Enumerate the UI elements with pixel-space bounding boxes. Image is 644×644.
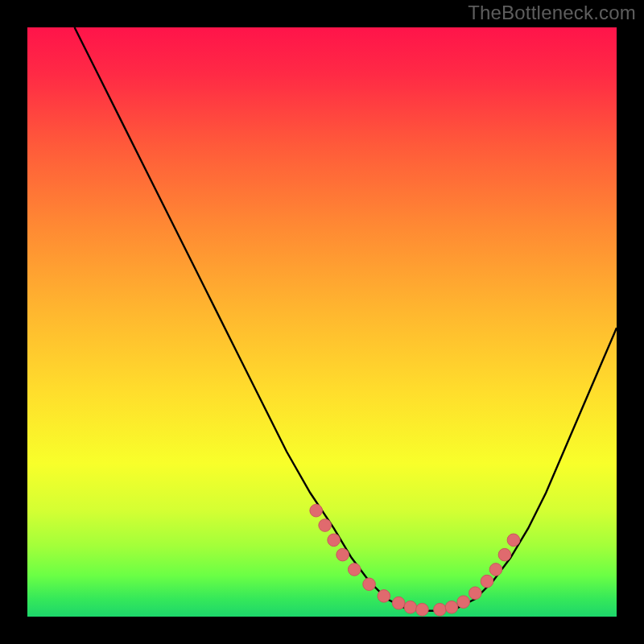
marker-dot (363, 578, 376, 591)
highlight-markers (310, 504, 520, 616)
marker-dot (336, 548, 349, 561)
marker-dot (507, 534, 520, 547)
marker-dot (404, 601, 417, 613)
marker-dot (481, 575, 493, 588)
chart-container: TheBottleneck.com (0, 0, 644, 644)
marker-dot (489, 564, 502, 576)
marker-dot (378, 590, 390, 603)
marker-dot (469, 587, 482, 600)
marker-dot (319, 519, 332, 532)
bottleneck-curve-svg (27, 27, 617, 617)
marker-dot (310, 504, 323, 517)
marker-dot (457, 596, 470, 609)
marker-dot (348, 564, 361, 576)
watermark-text: TheBottleneck.com (468, 2, 636, 24)
marker-dot (392, 597, 405, 609)
marker-dot (434, 603, 447, 616)
marker-dot (445, 601, 458, 613)
marker-dot (328, 534, 341, 547)
marker-dot (498, 548, 511, 561)
marker-dot (416, 603, 429, 616)
plot-area (27, 27, 617, 617)
bottleneck-curve (75, 27, 617, 611)
